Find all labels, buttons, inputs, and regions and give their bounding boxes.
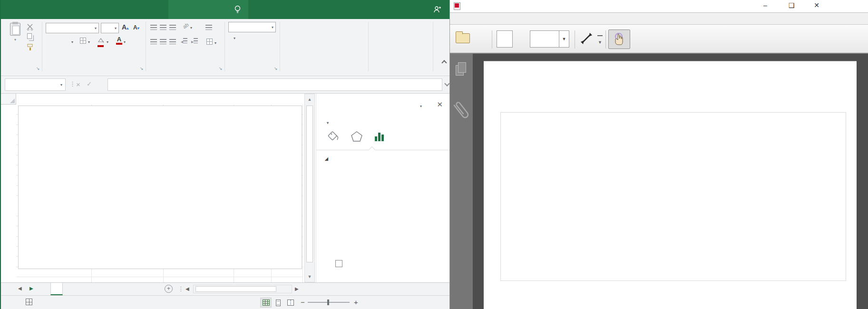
legend-options-section-header[interactable]: ◢	[325, 156, 332, 161]
panel-close-icon[interactable]: ✕	[437, 100, 443, 109]
open-folder-icon	[456, 33, 470, 43]
adobe-document-area[interactable]	[450, 54, 868, 309]
alignment-dialog-launcher[interactable]: ↘	[219, 66, 223, 71]
page-number-input[interactable]	[497, 30, 513, 48]
zoom-value-box[interactable]	[530, 30, 559, 48]
align-right-icon[interactable]	[169, 39, 176, 44]
font-color-button[interactable]: A	[116, 36, 122, 45]
sheet-nav-left-icon[interactable]: ◀	[18, 286, 22, 291]
excel-chart-object[interactable]	[18, 106, 302, 269]
merge-center-caret[interactable]: ▾	[215, 41, 216, 45]
scroll-up-arrow[interactable]: ▲	[305, 95, 314, 104]
sheet-tab-excel-2016-chart[interactable]	[89, 283, 101, 295]
hand-tool-button[interactable]	[608, 29, 630, 49]
open-button[interactable]	[456, 33, 474, 43]
share-person-icon	[433, 6, 441, 13]
selected-icon-notch	[369, 146, 375, 153]
fill-color-swatch	[98, 45, 104, 47]
align-bottom-icon[interactable]	[169, 25, 176, 30]
copy-icon[interactable]	[27, 33, 32, 39]
panel-divider	[316, 150, 449, 150]
collapse-ribbon-chevron[interactable]	[441, 60, 447, 65]
page-break-preview-icon[interactable]	[285, 298, 296, 308]
hscroll-right-arrow[interactable]: ▶	[295, 286, 299, 291]
new-sheet-button[interactable]: +	[165, 285, 173, 293]
adobe-nav-strip	[450, 54, 473, 309]
share-button[interactable]	[433, 0, 444, 19]
align-top-icon[interactable]	[150, 25, 157, 30]
decrease-indent-icon[interactable]: ◂	[181, 38, 187, 44]
panel-tab-legend-options[interactable]: ▾	[327, 118, 329, 126]
adobe-title-bar[interactable]: – ❑ ✕	[450, 0, 868, 13]
sheet-nav-right-icon[interactable]: ▶	[29, 286, 33, 291]
worksheet[interactable]	[1, 94, 316, 282]
tell-me-box[interactable]	[234, 0, 244, 19]
orientation-caret[interactable]: ▾	[190, 26, 192, 30]
pdf-page[interactable]	[484, 61, 857, 309]
horizontal-scrollbar[interactable]	[193, 285, 292, 293]
panel-title-caret[interactable]: ▾	[420, 104, 422, 108]
zoom-slider-thumb[interactable]	[327, 299, 329, 305]
sheet-tab-bar: ◀ ▶ + ⋮ ◀ ▶	[1, 282, 449, 295]
formula-input[interactable]	[107, 78, 442, 91]
number-format-combo[interactable]: ▾	[228, 22, 276, 32]
zoom-presets-dropdown[interactable]: ▼	[597, 35, 603, 46]
tabbar-separator: ⋮	[178, 285, 184, 292]
accounting-format-button[interactable]: ▾	[231, 36, 235, 40]
overlap-checkbox-row[interactable]	[335, 259, 447, 267]
font-name-combo[interactable]: ▾	[46, 23, 99, 33]
attachments-paperclip-icon[interactable]	[454, 99, 470, 124]
font-size-combo[interactable]: ▾	[101, 23, 119, 33]
align-middle-icon[interactable]	[160, 25, 166, 30]
wrap-text-icon[interactable]	[205, 25, 212, 30]
adobe-reader-window: – ❑ ✕ ▼	[449, 0, 868, 309]
fit-page-button[interactable]	[579, 31, 594, 48]
align-center-icon[interactable]	[160, 39, 166, 44]
scroll-down-arrow[interactable]: ▼	[305, 272, 314, 281]
clipboard-dialog-launcher[interactable]: ↘	[36, 66, 40, 71]
borders-icon[interactable]	[80, 38, 86, 44]
vertical-scroll-thumb[interactable]	[306, 106, 313, 262]
zoom-dropdown-button[interactable]: ▼	[559, 30, 569, 48]
sheet-tab-barchart[interactable]	[50, 283, 63, 295]
legend-options-icon[interactable]	[373, 131, 386, 142]
page-layout-view-icon[interactable]	[273, 298, 284, 308]
select-all-corner[interactable]	[1, 94, 16, 105]
font-dialog-launcher[interactable]: ↘	[140, 66, 144, 71]
font-color-caret[interactable]: ▾	[124, 40, 126, 44]
fill-color-button[interactable]	[98, 37, 104, 47]
borders-caret[interactable]: ▾	[88, 40, 90, 44]
normal-view-icon[interactable]	[260, 298, 272, 308]
increase-indent-icon[interactable]: ▸	[191, 38, 198, 44]
close-icon[interactable]: ✕	[810, 1, 823, 11]
maximize-icon[interactable]: ❑	[785, 1, 798, 11]
page-thumbnails-icon[interactable]	[456, 62, 466, 76]
number-dialog-launcher[interactable]: ↘	[274, 66, 278, 71]
underline-caret[interactable]: ▾	[71, 40, 73, 44]
horizontal-scroll-thumb[interactable]	[195, 286, 276, 292]
zoom-out-button[interactable]: −	[301, 298, 305, 306]
format-painter-icon[interactable]	[27, 44, 34, 51]
orientation-icon[interactable]: ab	[182, 22, 190, 30]
minimize-icon[interactable]: –	[759, 1, 771, 11]
expand-formula-bar-chevron[interactable]	[444, 81, 449, 86]
cut-icon[interactable]	[27, 24, 34, 30]
name-box[interactable]: ▾	[5, 78, 66, 91]
confirm-entry-icon[interactable]: ✓	[87, 80, 92, 87]
hscroll-left-arrow[interactable]: ◀	[185, 286, 189, 291]
fill-line-icon[interactable]	[328, 131, 340, 142]
pdf-chart	[500, 112, 846, 281]
increase-font-button[interactable]: A▴	[122, 23, 128, 31]
fill-color-caret[interactable]: ▾	[107, 40, 108, 44]
cancel-entry-icon[interactable]: ×	[76, 80, 80, 88]
macro-record-icon[interactable]	[26, 299, 32, 305]
zoom-in-button[interactable]: +	[354, 298, 358, 306]
vertical-scrollbar[interactable]: ▲ ▼	[304, 94, 315, 282]
decrease-font-button[interactable]: A▾	[133, 24, 139, 31]
merge-center-icon[interactable]	[206, 39, 213, 45]
align-left-icon[interactable]	[150, 39, 157, 44]
overlap-checkbox[interactable]	[335, 260, 342, 267]
format-legend-panel: ▾ ✕ ▾	[316, 94, 449, 282]
effects-icon[interactable]	[351, 131, 363, 142]
paste-button[interactable]: ▾	[6, 23, 25, 42]
